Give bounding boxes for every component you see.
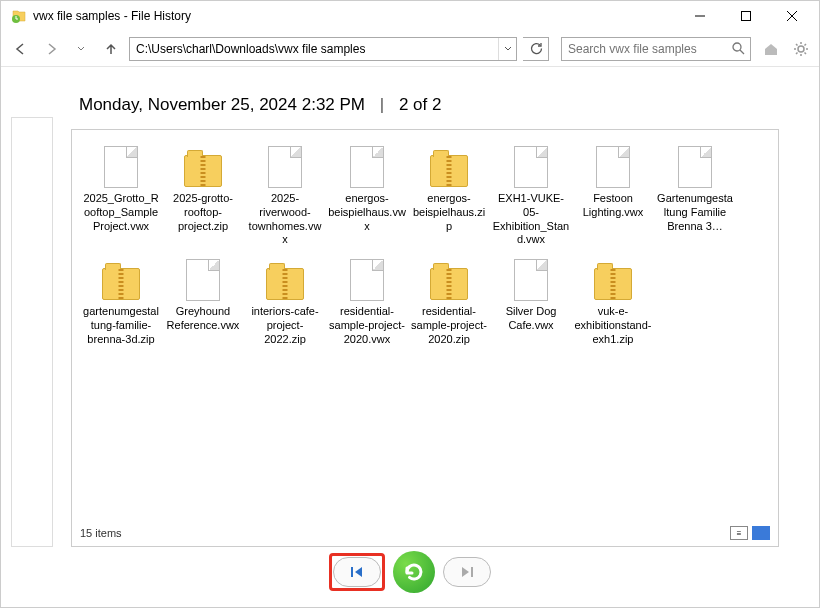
content-area: Monday, November 25, 2024 2:32 PM | 2 of… <box>1 67 819 547</box>
zip-folder-icon <box>428 257 470 303</box>
file-item[interactable]: residential-sample-project-2020.vwx <box>326 255 408 354</box>
minimize-button[interactable] <box>677 1 723 31</box>
snapshot-timestamp: Monday, November 25, 2024 2:32 PM <box>79 95 365 114</box>
file-label: vuk-e-exhibitionstand-exh1.zip <box>574 305 652 346</box>
up-button[interactable] <box>99 37 123 61</box>
forward-button[interactable] <box>39 37 63 61</box>
zip-folder-icon <box>428 144 470 190</box>
file-label: 2025-grotto-rooftop-project.zip <box>164 192 242 233</box>
svg-point-3 <box>798 46 804 52</box>
heading: Monday, November 25, 2024 2:32 PM | 2 of… <box>71 77 779 129</box>
document-icon <box>264 144 306 190</box>
file-item[interactable]: energos-beispielhaus.zip <box>408 142 490 255</box>
file-item[interactable]: 2025_Grotto_Rooftop_Sample Project.vwx <box>80 142 162 255</box>
file-item[interactable]: gartenumgestaltung-familie-brenna-3d.zip <box>80 255 162 354</box>
file-label: gartenumgestaltung-familie-brenna-3d.zip <box>82 305 160 346</box>
search-icon[interactable] <box>726 42 750 55</box>
document-icon <box>510 144 552 190</box>
address-bar[interactable] <box>129 37 517 61</box>
file-label: energos-beispielhaus.zip <box>410 192 488 233</box>
document-icon <box>346 144 388 190</box>
main-area: Monday, November 25, 2024 2:32 PM | 2 of… <box>71 77 779 547</box>
document-icon <box>510 257 552 303</box>
file-label: Gartenumgestaltung Familie Brenna 3… <box>656 192 734 233</box>
file-item[interactable]: energos-beispielhaus.vwx <box>326 142 408 255</box>
document-icon <box>182 257 224 303</box>
file-item[interactable]: Greyhound Reference.vwx <box>162 255 244 354</box>
file-list: 2025_Grotto_Rooftop_Sample Project.vwx20… <box>71 129 779 547</box>
file-label: 2025-riverwood-townhomes.vwx <box>246 192 324 247</box>
item-count: 15 items <box>80 527 122 539</box>
file-item[interactable]: residential-sample-project-2020.zip <box>408 255 490 354</box>
back-button[interactable] <box>9 37 33 61</box>
file-item[interactable]: 2025-riverwood-townhomes.vwx <box>244 142 326 255</box>
svg-point-2 <box>733 43 741 51</box>
address-input[interactable] <box>130 42 498 56</box>
file-item[interactable]: interiors-cafe-project-2022.zip <box>244 255 326 354</box>
svg-rect-1 <box>742 12 751 21</box>
address-dropdown-icon[interactable] <box>498 38 516 60</box>
maximize-button[interactable] <box>723 1 769 31</box>
zip-folder-icon <box>592 257 634 303</box>
file-label: interiors-cafe-project-2022.zip <box>246 305 324 346</box>
previous-version-highlight <box>329 553 385 591</box>
file-item[interactable]: Festoon Lighting.vwx <box>572 142 654 255</box>
heading-separator: | <box>380 95 384 114</box>
file-label: energos-beispielhaus.vwx <box>328 192 406 233</box>
window-title: vwx file samples - File History <box>33 9 677 23</box>
restore-button[interactable] <box>393 551 435 593</box>
file-label: Festoon Lighting.vwx <box>574 192 652 220</box>
document-icon <box>346 257 388 303</box>
gear-icon[interactable] <box>791 39 811 59</box>
home-icon[interactable] <box>761 39 781 59</box>
document-icon <box>592 144 634 190</box>
app-icon <box>11 8 27 24</box>
titlebar: vwx file samples - File History <box>1 1 819 31</box>
search-box[interactable] <box>561 37 751 61</box>
file-label: residential-sample-project-2020.zip <box>410 305 488 346</box>
document-icon <box>100 144 142 190</box>
history-controls <box>1 547 819 607</box>
file-grid: 2025_Grotto_Rooftop_Sample Project.vwx20… <box>80 142 770 354</box>
next-version-button[interactable] <box>443 557 491 587</box>
file-item[interactable]: EXH1-VUKE-05-Exhibition_Stand.vwx <box>490 142 572 255</box>
file-item[interactable]: Gartenumgestaltung Familie Brenna 3… <box>654 142 736 255</box>
window-controls <box>677 1 815 31</box>
snapshot-position: 2 of 2 <box>399 95 442 114</box>
file-label: EXH1-VUKE-05-Exhibition_Stand.vwx <box>492 192 570 247</box>
zip-folder-icon <box>264 257 306 303</box>
file-item[interactable]: vuk-e-exhibitionstand-exh1.zip <box>572 255 654 354</box>
status-row: 15 items ≡ <box>80 518 770 540</box>
icons-view-icon[interactable] <box>752 526 770 540</box>
previous-version-button[interactable] <box>333 557 381 587</box>
document-icon <box>674 144 716 190</box>
side-panel <box>11 77 71 547</box>
view-mode-icons: ≡ <box>730 526 770 540</box>
zip-folder-icon <box>182 144 224 190</box>
file-label: residential-sample-project-2020.vwx <box>328 305 406 346</box>
refresh-button[interactable] <box>523 37 549 61</box>
search-input[interactable] <box>562 42 726 56</box>
file-item[interactable]: 2025-grotto-rooftop-project.zip <box>162 142 244 255</box>
file-label: 2025_Grotto_Rooftop_Sample Project.vwx <box>82 192 160 233</box>
file-label: Silver Dog Cafe.vwx <box>492 305 570 333</box>
side-stub-box <box>11 117 53 547</box>
details-view-icon[interactable]: ≡ <box>730 526 748 540</box>
zip-folder-icon <box>100 257 142 303</box>
file-history-window: vwx file samples - File History Mon <box>0 0 820 608</box>
close-button[interactable] <box>769 1 815 31</box>
file-item[interactable]: Silver Dog Cafe.vwx <box>490 255 572 354</box>
file-label: Greyhound Reference.vwx <box>164 305 242 333</box>
recent-dropdown-icon[interactable] <box>69 37 93 61</box>
toolbar <box>1 31 819 67</box>
